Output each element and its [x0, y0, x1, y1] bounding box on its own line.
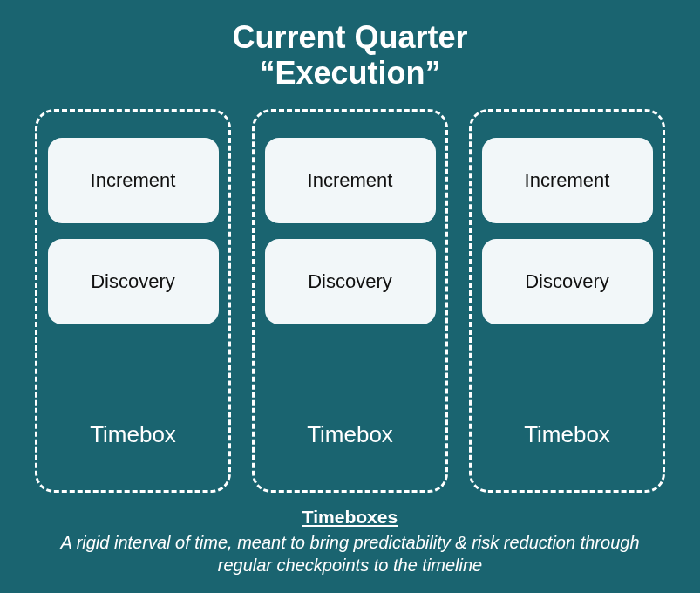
increment-label: Increment	[525, 169, 610, 192]
timebox-label: Timebox	[90, 421, 176, 448]
discovery-card: Discovery	[265, 239, 436, 324]
increment-card: Increment	[265, 138, 436, 223]
discovery-label: Discovery	[525, 270, 609, 293]
discovery-card: Discovery	[482, 239, 653, 324]
footer-heading: Timeboxes	[42, 507, 658, 528]
timebox-label: Timebox	[524, 421, 610, 448]
discovery-card: Discovery	[48, 239, 219, 324]
timebox-columns: Increment Discovery Timebox Increment Di…	[26, 109, 674, 493]
discovery-label: Discovery	[308, 270, 392, 293]
timebox-label: Timebox	[307, 421, 393, 448]
increment-label: Increment	[308, 169, 393, 192]
timebox-column: Increment Discovery Timebox	[252, 109, 448, 493]
footer-description: A rigid interval of time, meant to bring…	[42, 531, 658, 576]
increment-label: Increment	[91, 169, 176, 192]
increment-card: Increment	[48, 138, 219, 223]
increment-card: Increment	[482, 138, 653, 223]
discovery-label: Discovery	[91, 270, 175, 293]
timebox-column: Increment Discovery Timebox	[469, 109, 665, 493]
title-line-2: “Execution”	[232, 55, 467, 91]
footer: Timeboxes A rigid interval of time, mean…	[26, 507, 674, 576]
title-line-1: Current Quarter	[232, 19, 467, 55]
timebox-column: Increment Discovery Timebox	[35, 109, 231, 493]
diagram-title: Current Quarter “Execution”	[232, 19, 467, 92]
